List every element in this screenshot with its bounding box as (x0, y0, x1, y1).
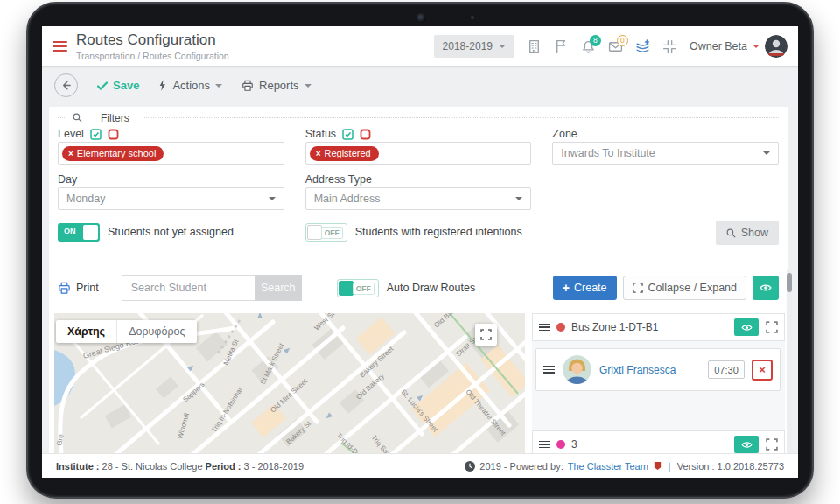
filters-legend: Filters (58, 110, 779, 124)
period-label: Period : (206, 461, 242, 472)
tablet-frame: Routes Configuration Transportation / Ro… (26, 2, 814, 499)
filters-legend-label: Filters (94, 112, 136, 124)
classter-team-link[interactable]: The Classter Team (568, 461, 648, 472)
route-visibility-button[interactable] (734, 436, 759, 453)
toggle-state: ON (64, 227, 76, 235)
scrollbar-track[interactable] (787, 270, 792, 453)
compress-icon[interactable] (662, 39, 677, 54)
not-assigned-label: Students not yet assigned (108, 226, 234, 238)
group-actions (734, 318, 778, 336)
print-label: Print (76, 282, 99, 294)
action-toolbar: Save Actions Reports (42, 66, 798, 103)
zone-label-row: Zone (552, 126, 779, 142)
app-header: Routes Configuration Transportation / Ro… (42, 26, 798, 66)
search-student-input[interactable] (122, 275, 255, 301)
reports-label: Reports (259, 79, 299, 92)
chevron-down-icon (304, 84, 312, 88)
day-label: Day (58, 173, 77, 186)
menu-icon[interactable] (52, 38, 67, 54)
save-button[interactable]: Save (97, 79, 139, 92)
routes-panel: Bus Zone 1-DT-B1 (532, 313, 785, 453)
remove-student-button[interactable]: × (752, 360, 773, 381)
expand-icon (633, 283, 643, 293)
level-tag[interactable]: × Elementary school (62, 146, 164, 161)
drag-handle-icon[interactable] (543, 364, 555, 375)
pickup-time-input[interactable] (708, 360, 745, 379)
quick-add-icon[interactable] (635, 39, 650, 54)
filters-grid: Level Status (58, 126, 779, 245)
toggle-state: OFF (353, 283, 374, 295)
collapse-label: Collapse / Expand (648, 282, 737, 294)
page-title: Routes Configuration (76, 32, 229, 49)
period-selector[interactable]: 2018-2019 (434, 35, 514, 58)
day-label-row: Day (58, 172, 284, 187)
status-tag[interactable]: × Registered (310, 146, 379, 161)
flag-icon[interactable] (554, 39, 569, 54)
user-avatar[interactable] (765, 35, 788, 58)
eye-icon (760, 284, 772, 292)
panel-buttons: + Create Collapse / Expand (553, 276, 779, 300)
collapse-expand-button[interactable]: Collapse / Expand (623, 276, 746, 300)
map-fullscreen-button[interactable] (475, 324, 497, 346)
map-container: Great Siege Road West St Old Bakery Meli… (54, 313, 525, 453)
search-button[interactable]: Search (255, 275, 302, 301)
status-multiselect[interactable]: × Registered (305, 142, 532, 164)
route-color-dot (556, 323, 565, 332)
address-type-select[interactable]: Main Address (305, 187, 532, 210)
tablet-camera (416, 13, 426, 23)
clear-selection-icon[interactable] (108, 129, 119, 140)
chevron-down-icon (215, 84, 222, 88)
actions-label: Actions (172, 79, 210, 92)
version-text: Version : 1.0.2018.25773 (677, 461, 784, 472)
status-tag-label: Registered (325, 148, 371, 158)
route-expand-icon[interactable] (766, 321, 778, 333)
day-select[interactable]: Monday (58, 187, 284, 210)
show-label: Show (741, 227, 768, 239)
drag-handle-icon[interactable] (539, 322, 550, 333)
zone-value: Inwards To Institute (561, 147, 654, 159)
zone-select[interactable]: Inwards To Institute (552, 142, 779, 164)
auto-draw-label: Auto Draw Routes (387, 282, 475, 294)
chevron-down-icon (269, 197, 276, 200)
select-all-icon[interactable] (342, 129, 354, 140)
spacer (552, 164, 779, 187)
chevron-down-icon (499, 45, 506, 48)
level-tag-label: Elementary school (77, 148, 157, 158)
auto-draw-row: OFF Auto Draw Routes (337, 279, 475, 298)
toggle-state: OFF (321, 227, 343, 239)
scrollbar-thumb[interactable] (787, 273, 792, 292)
intentions-label: Students with registered intentions (355, 226, 522, 238)
user-menu[interactable]: Owner Beta (690, 35, 788, 58)
clear-selection-icon[interactable] (360, 129, 371, 140)
auto-draw-toggle[interactable]: OFF (337, 279, 379, 298)
tag-remove-icon[interactable]: × (68, 149, 74, 158)
route-group-header: Bus Zone 1-DT-B1 (532, 313, 785, 341)
messages-envelope-icon[interactable]: 0 (608, 39, 623, 54)
address-type-label: Address Type (305, 173, 372, 186)
level-label: Level (58, 128, 84, 140)
institution-icon[interactable] (527, 39, 542, 54)
actions-dropdown[interactable]: Actions (158, 79, 222, 92)
map-tab-map[interactable]: Χάρτης (56, 320, 116, 343)
registered-intentions-toggle[interactable]: OFF (305, 223, 347, 242)
drag-handle-icon[interactable] (539, 439, 550, 451)
route-visibility-button[interactable] (734, 318, 759, 336)
select-all-icon[interactable] (90, 129, 102, 140)
notifications-bell-icon[interactable]: 8 (581, 39, 596, 54)
tag-remove-icon[interactable]: × (316, 149, 321, 158)
student-name-link[interactable]: Grixti Fransesca (599, 364, 676, 376)
print-button[interactable]: Print (58, 282, 99, 295)
route-expand-icon[interactable] (766, 438, 778, 451)
printer-icon (58, 282, 71, 295)
students-not-assigned-toggle[interactable]: ON (58, 223, 100, 242)
back-button[interactable] (54, 74, 78, 97)
toggle-knob (339, 281, 354, 296)
show-button[interactable]: Show (716, 220, 779, 245)
level-multiselect[interactable]: × Elementary school (58, 142, 284, 164)
breadcrumb: Transportation / Routes Configuration (76, 51, 229, 61)
footer-right: 2019 - Powered by: The Classter Team | V… (465, 461, 784, 472)
map-tab-satellite[interactable]: Δορυφόρος (116, 320, 196, 343)
create-button[interactable]: + Create (553, 276, 617, 300)
visibility-button[interactable] (752, 276, 779, 300)
reports-dropdown[interactable]: Reports (242, 79, 312, 92)
